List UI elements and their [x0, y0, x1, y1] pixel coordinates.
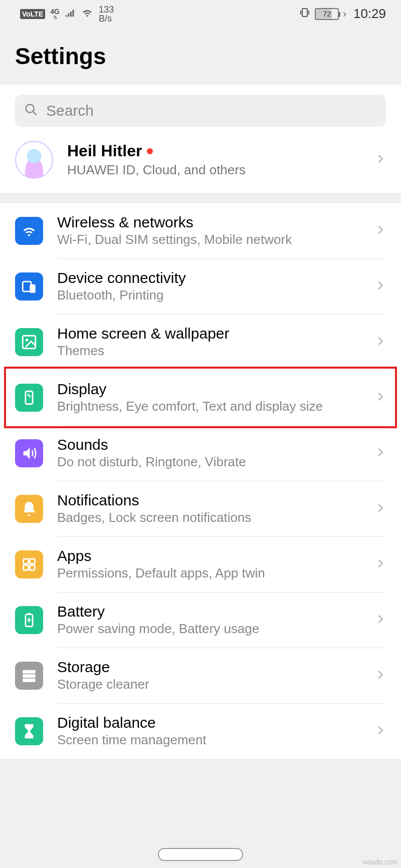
status-bar: VoLTE 4G ⇅ 133B/s 72 › 10:29 — [0, 0, 401, 28]
account-text: Heil Hitler HUAWEI ID, Cloud, and others — [67, 142, 361, 178]
status-left: VoLTE 4G ⇅ 133B/s — [20, 5, 114, 23]
item-title: Notifications — [57, 492, 361, 509]
settings-item-battery[interactable]: Battery Power saving mode, Battery usage — [0, 592, 401, 648]
wifi-icon — [15, 217, 43, 245]
account-subtitle: HUAWEI ID, Cloud, and others — [67, 162, 361, 178]
svg-rect-0 — [302, 9, 307, 17]
item-text: Notifications Badges, Lock screen notifi… — [57, 492, 361, 525]
settings-item-devices[interactable]: Device connectivity Bluetooth, Printing — [0, 258, 401, 314]
divider — [58, 703, 386, 704]
item-subtitle: Bluetooth, Printing — [57, 287, 361, 303]
avatar — [15, 141, 53, 179]
wifi-icon — [81, 6, 94, 22]
chevron-right-icon — [375, 153, 386, 166]
divider — [58, 536, 386, 537]
status-right: 72 › 10:29 — [299, 6, 386, 22]
settings-list: Wireless & networks Wi-Fi, Dual SIM sett… — [0, 203, 401, 759]
settings-item-hourglass[interactable]: Digital balance Screen time management — [0, 703, 401, 759]
item-subtitle: Badges, Lock screen notifications — [57, 510, 361, 525]
item-text: Display Brightness, Eye comfort, Text an… — [57, 381, 361, 414]
item-title: Sounds — [57, 436, 361, 453]
settings-item-apps[interactable]: Apps Permissions, Default apps, App twin — [0, 536, 401, 592]
item-text: Wireless & networks Wi-Fi, Dual SIM sett… — [57, 214, 361, 247]
vibrate-icon — [299, 7, 311, 22]
chevron-right-icon — [375, 447, 386, 460]
item-text: Apps Permissions, Default apps, App twin — [57, 547, 361, 581]
clock: 10:29 — [353, 6, 386, 22]
divider — [58, 370, 386, 370]
item-text: Device connectivity Bluetooth, Printing — [57, 269, 361, 303]
item-title: Device connectivity — [57, 269, 361, 286]
chevron-right-icon — [375, 725, 386, 738]
item-subtitle: Storage cleaner — [57, 677, 361, 692]
sound-icon — [15, 439, 43, 467]
item-subtitle: Power saving mode, Battery usage — [57, 621, 361, 637]
item-subtitle: Permissions, Default apps, App twin — [57, 565, 361, 581]
bell-icon — [15, 495, 43, 523]
settings-item-bell[interactable]: Notifications Badges, Lock screen notifi… — [0, 481, 401, 536]
item-title: Wireless & networks — [57, 214, 361, 231]
search-box[interactable] — [15, 95, 386, 127]
signal-bars-icon — [65, 7, 76, 21]
item-text: Digital balance Screen time management — [57, 714, 361, 748]
search-input[interactable] — [46, 102, 377, 119]
item-subtitle: Do not disturb, Ringtone, Vibrate — [57, 454, 361, 470]
settings-item-storage[interactable]: Storage Storage cleaner — [0, 648, 401, 703]
picture-icon — [15, 328, 43, 356]
item-title: Storage — [57, 659, 361, 676]
battery-icon: 72 — [315, 8, 339, 20]
divider — [58, 258, 386, 259]
chevron-right-icon — [375, 336, 386, 349]
settings-item-picture[interactable]: Home screen & wallpaper Themes — [0, 314, 401, 370]
item-title: Battery — [57, 603, 361, 620]
search-icon — [24, 103, 38, 119]
chevron-right-icon — [375, 558, 386, 571]
divider — [58, 592, 386, 593]
item-subtitle: Themes — [57, 343, 361, 359]
hourglass-icon — [15, 717, 43, 745]
item-text: Battery Power saving mode, Battery usage — [57, 603, 361, 637]
chevron-right-icon — [375, 669, 386, 682]
search-section — [0, 85, 401, 127]
battery-icon — [15, 606, 43, 634]
item-text: Storage Storage cleaner — [57, 659, 361, 692]
chevron-right-icon — [375, 391, 386, 404]
chevron-right-icon — [375, 280, 386, 293]
page-header: Settings — [0, 28, 401, 85]
item-title: Display — [57, 381, 361, 398]
notification-dot-icon — [147, 148, 153, 154]
item-title: Digital balance — [57, 714, 361, 731]
network-4g-icon: 4G ⇅ — [50, 8, 60, 20]
divider — [58, 481, 386, 481]
page-title: Settings — [15, 43, 386, 70]
section-gap — [0, 193, 401, 203]
divider — [58, 314, 386, 315]
watermark: wsxdn.com — [363, 858, 398, 866]
divider — [58, 648, 386, 648]
display-icon — [15, 384, 43, 412]
settings-item-wifi[interactable]: Wireless & networks Wi-Fi, Dual SIM sett… — [0, 203, 401, 258]
divider — [58, 425, 386, 426]
battery-cap-icon: › — [343, 8, 346, 20]
devices-icon — [15, 272, 43, 301]
settings-item-sound[interactable]: Sounds Do not disturb, Ringtone, Vibrate — [0, 425, 401, 481]
account-name: Heil Hitler — [67, 142, 361, 160]
svg-point-1 — [26, 105, 34, 113]
account-row[interactable]: Heil Hitler HUAWEI ID, Cloud, and others — [0, 127, 401, 193]
volte-badge: VoLTE — [20, 9, 45, 19]
chevron-right-icon — [375, 614, 386, 627]
chevron-right-icon — [375, 502, 386, 515]
settings-item-display[interactable]: Display Brightness, Eye comfort, Text an… — [0, 370, 401, 425]
network-speed: 133B/s — [99, 5, 114, 23]
item-text: Sounds Do not disturb, Ringtone, Vibrate — [57, 436, 361, 470]
item-title: Apps — [57, 547, 361, 564]
item-title: Home screen & wallpaper — [57, 325, 361, 342]
svg-line-2 — [33, 112, 37, 115]
item-subtitle: Screen time management — [57, 732, 361, 748]
item-text: Home screen & wallpaper Themes — [57, 325, 361, 359]
item-subtitle: Brightness, Eye comfort, Text and displa… — [57, 399, 361, 414]
nav-pill[interactable] — [158, 848, 243, 861]
chevron-right-icon — [375, 224, 386, 237]
item-subtitle: Wi-Fi, Dual SIM settings, Mobile network — [57, 232, 361, 247]
apps-icon — [15, 550, 43, 578]
